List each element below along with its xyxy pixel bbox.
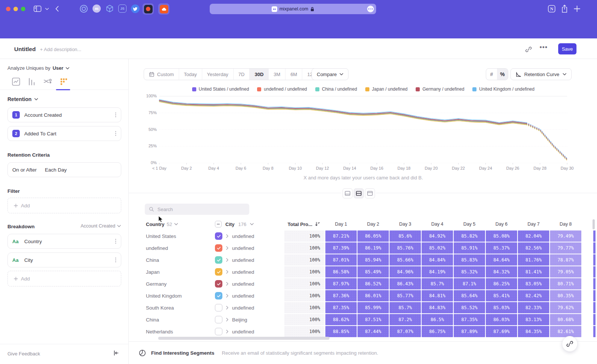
chevron-right-icon[interactable] [226,234,228,238]
cube-extension-icon[interactable] [106,4,114,13]
city-cell[interactable]: undefined [232,305,254,311]
day-cell[interactable]: 85.66% [390,254,421,266]
table-search-input[interactable] [157,207,240,212]
breakdown-card-country[interactable]: Aa Country [7,234,121,249]
range-yesterday[interactable]: Yesterday [202,69,234,80]
day-cell[interactable]: 84.92% [422,230,453,242]
kebab-menu-icon[interactable] [115,239,116,244]
criteria-condition-select[interactable]: On or After [12,167,37,173]
segment-checkbox[interactable] [215,292,222,299]
country-cell[interactable]: Japan [138,269,209,275]
chevron-right-icon[interactable] [226,270,228,274]
address-options-icon[interactable] [367,6,374,12]
segment-checkbox[interactable] [215,316,222,323]
chevron-right-icon[interactable] [226,318,228,321]
city-cell[interactable]: undefined [232,329,254,335]
range-today[interactable]: Today [179,69,202,80]
day-cell[interactable]: 85.08% [486,230,517,242]
range-custom[interactable]: Custom [144,69,179,80]
range-3m[interactable]: 3M [269,69,285,80]
chevron-right-icon[interactable] [226,258,228,262]
chevron-right-icon[interactable] [226,282,228,286]
day-cell[interactable]: 82.56% [518,242,549,254]
day-cell[interactable]: 88.62% [325,314,357,325]
day-cell[interactable]: 85.82% [454,230,485,242]
give-feedback-link[interactable]: Give Feedback [7,351,40,357]
event-step-card[interactable]: 1 Account Created [7,107,121,122]
retention-section-header[interactable]: Retention [7,96,38,102]
tab-flows-icon[interactable] [43,77,53,87]
day-cell[interactable]: 87.35% [325,302,357,313]
day-cell[interactable]: 79.77% [550,242,581,254]
bird-extension-icon[interactable] [131,4,140,13]
day-cell[interactable]: 87.35% [454,314,485,325]
segment-checkbox[interactable] [215,328,222,335]
day-cell[interactable]: 80.71% [550,278,581,289]
city-cell[interactable]: undefined [232,269,254,275]
chevron-right-icon[interactable] [226,306,228,310]
day-column-header[interactable]: Day 2 [357,222,389,227]
criteria-window-select[interactable]: Each Day [45,167,67,173]
day-cell[interactable]: 87.44% [357,326,389,337]
kebab-menu-icon[interactable] [115,131,116,136]
close-window-button[interactable] [6,7,10,11]
day-column-header[interactable]: Day 7 [518,222,549,227]
day-column-header[interactable]: Day 4 [422,222,453,227]
add-breakdown-button[interactable]: Add [7,271,121,286]
absolute-numbers-toggle[interactable]: # [486,69,497,80]
total-column-header[interactable]: Total Pro... [284,219,325,230]
city-cell[interactable]: undefined [232,281,254,287]
country-column-header[interactable]: Country52 [138,222,209,227]
tab-insights-icon[interactable] [11,77,21,87]
day-cell[interactable]: 87.1% [454,278,485,289]
day-cell[interactable]: 84.81% [422,290,453,301]
report-title[interactable]: Untitled [14,46,36,53]
address-bar[interactable]: mixpanel.com [210,4,376,14]
day-cell[interactable]: 81.41% [518,266,549,277]
day-cell[interactable]: 87.2% [390,314,421,325]
day-cell[interactable]: 85.77% [390,290,421,301]
day-cell[interactable]: 81.76% [518,254,549,266]
sidebar-toggle-icon[interactable] [34,6,41,12]
day-cell[interactable]: 79.49% [550,230,581,242]
day-cell[interactable]: 86.43% [390,278,421,289]
select-all-checkbox[interactable] [215,221,222,228]
day-cell[interactable]: 87.07% [390,326,421,337]
day-cell[interactable]: 79.05% [550,266,581,277]
city-cell[interactable]: undefined [232,233,254,239]
segment-checkbox[interactable] [215,232,222,240]
chart-only-view-button[interactable] [343,188,353,198]
legend-item[interactable]: United States / undefined [192,87,249,92]
day-cell[interactable]: 86.75% [422,326,453,337]
segment-checkbox[interactable] [215,268,222,276]
day-cell[interactable]: 82.33% [518,302,549,313]
day-cell[interactable]: 85.37% [486,242,517,254]
vertical-scrollbar[interactable] [593,219,595,229]
event-step-card[interactable]: 2 Added To Cart [7,126,121,141]
tab-funnels-icon[interactable] [27,77,37,87]
legend-item[interactable]: Japan / undefined [365,87,407,92]
percentage-toggle[interactable]: % [497,69,508,80]
split-view-button[interactable] [354,188,364,198]
day-cell[interactable]: 83.05% [518,278,549,289]
share-icon[interactable] [561,4,568,13]
day-column-header[interactable]: Day 3 [390,222,421,227]
day-cell[interactable]: 88.85% [325,326,357,337]
city-cell[interactable]: undefined [232,293,254,299]
segments-title[interactable]: Find Interesting Segments [151,350,215,356]
segment-checkbox[interactable] [215,280,222,288]
day-cell[interactable]: 86.01% [357,290,389,301]
day-cell[interactable]: 85.02% [422,242,453,254]
day-cell[interactable]: 78.87% [550,254,581,266]
copy-link-icon[interactable] [525,46,532,53]
legend-item[interactable]: undefined / undefined [257,87,307,92]
chevron-right-icon[interactable] [226,294,228,298]
day-cell[interactable]: 84.84% [422,254,453,266]
city-cell[interactable]: undefined [232,245,254,251]
country-cell[interactable]: China [138,257,209,263]
day-column-header[interactable]: Day 8 [550,222,581,227]
day-cell[interactable]: 85.99% [357,302,389,313]
legend-item[interactable]: United Kingdom / undefined [472,87,534,92]
day-cell[interactable]: 85.83% [454,254,485,266]
kebab-menu-icon[interactable] [115,257,116,263]
